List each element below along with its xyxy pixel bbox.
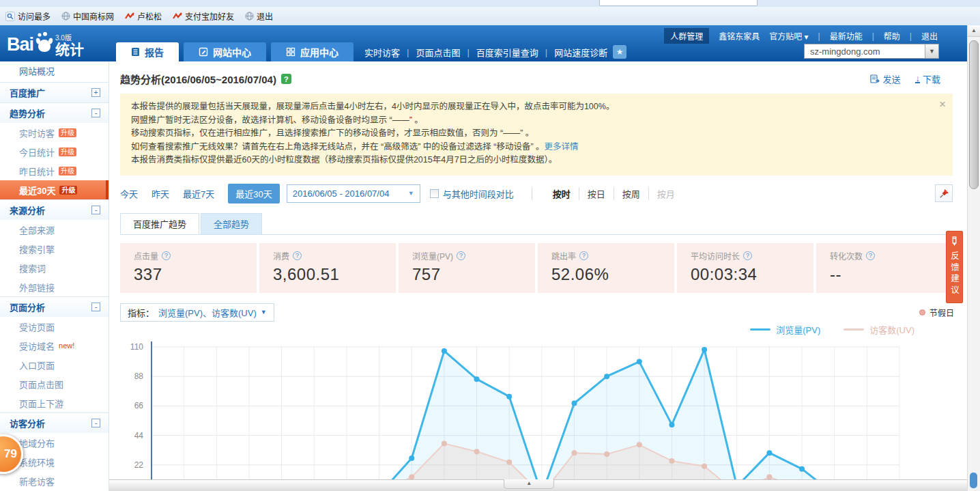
sidebar-item-page-flow[interactable]: 页面上下游 <box>0 393 109 412</box>
data-point[interactable] <box>604 451 609 457</box>
bookmark-trademark-site[interactable]: 中国商标网 <box>61 10 114 22</box>
sidebar-section-source-analysis[interactable]: 来源分析 - <box>0 199 109 220</box>
collapse-handle[interactable]: ▲ <box>504 479 554 489</box>
nav-audience-management[interactable]: 人群管理 <box>664 28 709 44</box>
sidebar-item-today-stats[interactable]: 今日统计 升级 <box>0 142 109 161</box>
data-point[interactable] <box>571 450 577 455</box>
date-range-picker[interactable]: 2016/06/05 - 2016/07/04 ▼ <box>287 184 420 203</box>
baidu-tongji-logo[interactable]: Bai 3.0版 统计 <box>7 28 84 58</box>
granularity-week[interactable]: 按周 <box>614 187 648 200</box>
pin-button[interactable] <box>935 184 953 202</box>
feedback-button[interactable]: 反馈建议 <box>946 231 963 303</box>
collapse-icon[interactable]: - <box>91 419 100 427</box>
more-details-link[interactable]: 更多详情 <box>545 142 579 152</box>
sidebar-section-baidu-promotion[interactable]: 百度推广 + <box>0 82 109 102</box>
data-point[interactable] <box>702 346 707 352</box>
granularity-month[interactable]: 按月 <box>648 187 683 200</box>
vertical-scrollbar[interactable]: ▲ <box>967 25 980 491</box>
data-point[interactable] <box>506 393 512 399</box>
sidebar-item-realtime-visitors[interactable]: 实时访客 升级 <box>0 123 109 142</box>
tab-all-trend[interactable]: 全部趋势 <box>201 213 262 234</box>
help-icon[interactable] <box>457 251 465 260</box>
metric-selector[interactable]: 指标： 浏览量(PV)、访客数(UV) ▼ <box>120 303 274 322</box>
data-point[interactable] <box>637 442 642 447</box>
tab-site-center[interactable]: 网站中心 <box>184 42 266 61</box>
data-point[interactable] <box>604 374 609 379</box>
tab-report[interactable]: 报告 <box>116 42 179 61</box>
data-point[interactable] <box>506 459 512 464</box>
data-point[interactable] <box>571 400 577 406</box>
sidebar-item-yesterday-stats[interactable]: 昨日统计 升级 <box>0 161 109 180</box>
dropdown-arrow-icon[interactable]: ▼ <box>925 44 938 58</box>
tab-app-center[interactable]: 应用中心 <box>271 42 354 61</box>
quicklink-page-clickmap[interactable]: 页面点击图 <box>416 46 460 59</box>
sidebar-item-all-sources[interactable]: 全部来源 <box>0 220 109 239</box>
sidebar-item-visited-domains[interactable]: 受访域名 new! <box>0 336 109 355</box>
bookmark-alipay-friend[interactable]: 支付宝加好友 <box>173 10 234 22</box>
bookmark-most-visited[interactable]: 访问最多 <box>5 10 51 22</box>
date-today[interactable]: 今天 <box>120 187 138 200</box>
close-icon[interactable]: × <box>939 98 946 111</box>
bookmark-logout[interactable]: 退出 <box>245 10 273 22</box>
data-point[interactable] <box>637 359 642 364</box>
collapse-icon[interactable]: - <box>91 303 100 311</box>
nav-newest-features[interactable]: 最新功能 <box>830 30 863 42</box>
inner-scrollbar-thumb[interactable] <box>970 473 977 488</box>
data-point[interactable] <box>669 421 674 427</box>
help-icon[interactable] <box>866 251 875 260</box>
data-point[interactable] <box>442 440 447 446</box>
quicklink-realtime-visitors[interactable]: 实时访客 <box>364 46 400 59</box>
sidebar-item-search-engines[interactable]: 搜索引擎 <box>0 239 109 258</box>
compare-toggle[interactable]: 与其他时间段对比 <box>430 187 514 200</box>
date-last30[interactable]: 最近30天 <box>228 184 279 204</box>
data-point[interactable] <box>409 474 414 479</box>
legend-pv[interactable]: 浏览量(PV) <box>750 323 820 336</box>
data-point[interactable] <box>474 449 480 454</box>
quicklink-index-query[interactable]: 百度索引量查询 <box>476 46 538 59</box>
nav-logout[interactable]: 退出 <box>921 30 938 42</box>
data-point[interactable] <box>442 348 447 353</box>
sidebar-item-entry-pages[interactable]: 入口页面 <box>0 355 109 374</box>
tab-baidu-promotion-trend[interactable]: 百度推广趋势 <box>120 213 199 234</box>
data-point[interactable] <box>669 458 674 463</box>
help-icon[interactable] <box>293 251 302 260</box>
download-button[interactable]: ↓ 下载 <box>915 72 940 85</box>
sidebar-item-new-returning-visitors[interactable]: 新老访客 <box>0 471 109 490</box>
data-point[interactable] <box>766 450 772 455</box>
compare-checkbox[interactable] <box>430 189 439 198</box>
granularity-hour[interactable]: 按时 <box>545 187 579 200</box>
bookmark-lusongsong[interactable]: 卢松松 <box>125 10 162 22</box>
sidebar-item-external-links[interactable]: 外部链接 <box>0 277 109 296</box>
site-selector[interactable]: sz-mingdong.com ▼ <box>804 44 939 59</box>
nav-help[interactable]: 帮助 <box>884 30 900 42</box>
data-point[interactable] <box>474 376 480 382</box>
sidebar-section-page-analysis[interactable]: 页面分析 - <box>0 296 109 317</box>
help-icon[interactable]: ? <box>281 74 291 84</box>
data-point[interactable] <box>766 474 772 479</box>
quicklink-speed-diagnosis[interactable]: 网站速度诊断 <box>554 46 607 59</box>
help-icon[interactable] <box>743 251 752 260</box>
browser-address-bar[interactable] <box>599 0 758 6</box>
nav-site-name[interactable]: 鑫铭东家具 <box>719 30 760 42</box>
collapse-icon[interactable]: - <box>91 109 100 117</box>
sidebar-item-visited-pages[interactable]: 受访页面 <box>0 317 109 336</box>
nav-tieba[interactable]: 官方贴吧 ▾ <box>769 30 808 42</box>
star-icon[interactable]: ★ <box>613 45 626 59</box>
sidebar-item-last-30-days[interactable]: 最近30天 升级 <box>0 180 109 199</box>
data-point[interactable] <box>799 466 805 471</box>
legend-uv[interactable]: 访客数(UV) <box>844 323 914 336</box>
date-last7[interactable]: 最近7天 <box>183 187 214 200</box>
date-yesterday[interactable]: 昨天 <box>152 187 169 200</box>
sidebar-section-trend-analysis[interactable]: 趋势分析 - <box>0 102 109 123</box>
data-point[interactable] <box>409 455 414 460</box>
granularity-day[interactable]: 按日 <box>579 187 614 200</box>
sidebar-section-visitor-analysis[interactable]: 访客分析 - <box>0 412 109 433</box>
expand-icon[interactable]: + <box>91 88 100 97</box>
collapse-icon[interactable]: - <box>91 206 100 214</box>
sidebar-item-page-clickmap[interactable]: 页面点击图 <box>0 374 109 393</box>
sidebar-item-search-terms[interactable]: 搜索词 <box>0 258 109 277</box>
sidebar-item-site-overview[interactable]: 网站概况 <box>0 61 109 82</box>
send-button[interactable]: 发送 <box>870 72 900 85</box>
scrollbar-thumb[interactable] <box>969 40 979 189</box>
help-icon[interactable] <box>162 251 171 260</box>
